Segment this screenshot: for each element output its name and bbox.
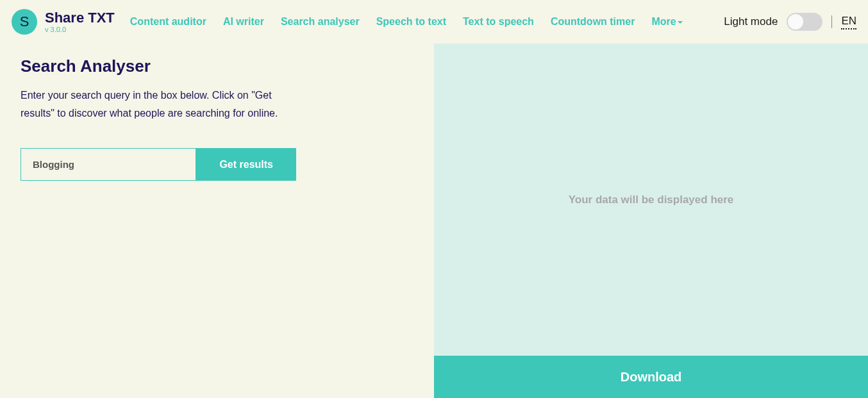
- right-panel: Your data will be displayed here Downloa…: [434, 44, 868, 398]
- chevron-down-icon: [678, 21, 683, 24]
- nav-speech-to-text[interactable]: Speech to text: [376, 16, 446, 28]
- data-placeholder-text: Your data will be displayed here: [569, 194, 734, 206]
- page-title: Search Analyser: [21, 56, 413, 76]
- app-version: v 3.0.0: [45, 26, 115, 33]
- search-input[interactable]: [21, 148, 196, 181]
- nav-more[interactable]: More: [651, 16, 682, 28]
- nav-countdown-timer[interactable]: Countdown timer: [551, 16, 635, 28]
- nav-content-auditor[interactable]: Content auditor: [130, 16, 206, 28]
- page-description: Enter your search query in the box below…: [21, 87, 290, 122]
- logo-icon: S: [12, 9, 37, 35]
- theme-mode-label: Light mode: [724, 15, 778, 28]
- divider: [831, 15, 832, 28]
- download-button[interactable]: Download: [434, 356, 868, 398]
- data-display-area: Your data will be displayed here: [434, 44, 868, 356]
- left-panel: Search Analyser Enter your search query …: [0, 44, 434, 398]
- header: S Share TXT v 3.0.0 Content auditor AI w…: [0, 0, 868, 44]
- logo-text: Share TXT v 3.0.0: [45, 10, 115, 33]
- app-title: Share TXT: [45, 10, 115, 26]
- toggle-knob: [788, 14, 803, 29]
- nav-search-analyser[interactable]: Search analyser: [281, 16, 360, 28]
- main-nav: Content auditor AI writer Search analyse…: [130, 16, 683, 28]
- search-row: Get results: [21, 148, 296, 181]
- get-results-button[interactable]: Get results: [196, 148, 296, 181]
- language-selector[interactable]: EN: [841, 15, 856, 29]
- nav-more-label: More: [651, 16, 676, 27]
- main-content: Search Analyser Enter your search query …: [0, 44, 868, 398]
- logo-area[interactable]: S Share TXT v 3.0.0: [12, 9, 115, 35]
- theme-toggle[interactable]: [787, 13, 822, 31]
- nav-text-to-speech[interactable]: Text to speech: [463, 16, 534, 28]
- nav-ai-writer[interactable]: AI writer: [223, 16, 264, 28]
- header-right: Light mode EN: [724, 13, 856, 31]
